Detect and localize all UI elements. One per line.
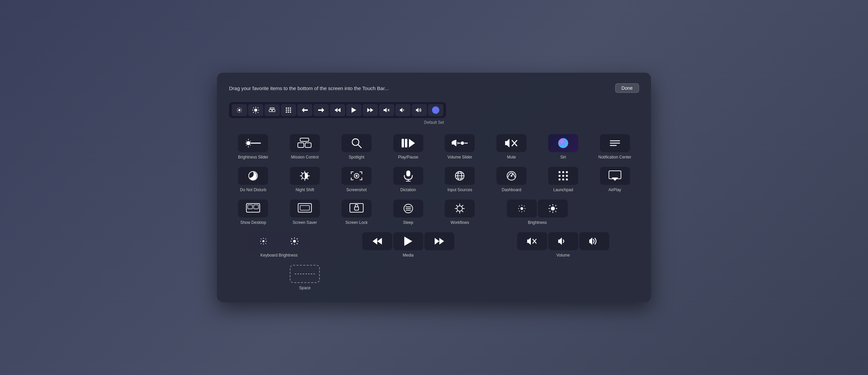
- svg-rect-107: [300, 206, 309, 210]
- do-not-disturb-icon: [238, 167, 268, 185]
- ds-rewind[interactable]: [330, 104, 345, 116]
- launchpad-label: Launchpad: [553, 188, 573, 192]
- svg-line-147: [266, 243, 266, 244]
- svg-line-50: [250, 145, 251, 145]
- item-night-shift[interactable]: Night Shift: [281, 167, 329, 192]
- svg-marker-35: [367, 108, 370, 112]
- item-notification-center[interactable]: Notification Center: [591, 134, 639, 160]
- sleep-icon: [393, 200, 423, 217]
- item-dictation[interactable]: Dictation: [384, 167, 432, 192]
- volume-label: Volume: [557, 253, 570, 258]
- item-airplay[interactable]: AirPlay: [591, 167, 639, 192]
- screenshot-icon: [342, 167, 372, 185]
- svg-line-77: [307, 172, 308, 173]
- item-dashboard[interactable]: Dashboard: [488, 167, 536, 192]
- svg-point-141: [262, 240, 265, 242]
- svg-point-24: [286, 109, 287, 111]
- svg-point-150: [293, 240, 296, 243]
- item-sleep[interactable]: Sleep: [384, 200, 432, 225]
- ds-mute[interactable]: [379, 104, 394, 116]
- ds-fastforward[interactable]: [363, 104, 378, 116]
- siri-orb: [558, 138, 568, 148]
- svg-marker-163: [439, 238, 444, 244]
- item-launchpad[interactable]: Launchpad: [539, 167, 588, 192]
- svg-point-9: [254, 108, 257, 111]
- svg-line-6: [241, 111, 241, 112]
- item-media-group[interactable]: Media: [333, 232, 484, 258]
- dictation-label: Dictation: [400, 188, 416, 192]
- svg-point-23: [290, 107, 291, 109]
- item-workflows[interactable]: Workflows: [436, 200, 484, 225]
- svg-point-93: [562, 171, 564, 173]
- item-screenshot[interactable]: Screenshot: [333, 167, 381, 192]
- svg-line-138: [556, 211, 557, 212]
- svg-line-47: [246, 141, 247, 141]
- svg-marker-159: [377, 238, 382, 244]
- svg-point-21: [286, 107, 287, 109]
- svg-marker-168: [589, 238, 592, 245]
- svg-line-122: [456, 210, 458, 212]
- kb-brightness-up-icon: [279, 232, 309, 250]
- item-play-pause[interactable]: Play/Pause: [384, 134, 432, 160]
- ds-brightness-down[interactable]: [232, 104, 247, 116]
- show-desktop-icon: [238, 200, 268, 217]
- ds-brightness-up[interactable]: [248, 104, 264, 116]
- item-screen-saver[interactable]: Screen Saver: [281, 200, 329, 225]
- notification-center-label: Notification Center: [598, 155, 631, 160]
- item-siri[interactable]: Siri: [539, 134, 588, 160]
- default-set-bar: [229, 102, 446, 118]
- svg-line-146: [261, 239, 261, 239]
- ds-mission-control[interactable]: [265, 104, 280, 116]
- item-do-not-disturb[interactable]: Do Not Disturb: [229, 167, 277, 192]
- item-mute[interactable]: Mute: [488, 134, 536, 160]
- svg-marker-160: [373, 238, 377, 244]
- brightness-slider-label: Brightness Slider: [238, 155, 269, 160]
- item-volume-slider[interactable]: Volume Slider: [436, 134, 484, 160]
- ds-volume-down[interactable]: [395, 104, 411, 116]
- item-input-sources[interactable]: Input Sources: [436, 167, 484, 192]
- keyboard-brightness-label: Keyboard Brightness: [260, 253, 298, 258]
- svg-point-28: [288, 111, 289, 113]
- ds-back[interactable]: [297, 104, 312, 116]
- svg-point-99: [562, 178, 564, 180]
- svg-point-60: [461, 141, 464, 145]
- item-keyboard-brightness-group[interactable]: Keyboard Brightness: [229, 232, 329, 258]
- ds-play[interactable]: [346, 104, 362, 116]
- svg-line-129: [524, 211, 525, 211]
- item-screen-lock[interactable]: Screen Lock: [333, 200, 381, 225]
- svg-point-91: [511, 175, 513, 177]
- svg-line-148: [266, 239, 266, 239]
- launchpad-icon: [548, 167, 578, 185]
- svg-rect-56: [402, 139, 404, 147]
- item-show-desktop[interactable]: Show Desktop: [229, 200, 277, 225]
- airplay-label: AirPlay: [609, 188, 621, 192]
- item-brightness-slider[interactable]: Brightness Slider: [229, 134, 277, 160]
- svg-line-48: [250, 141, 251, 141]
- svg-marker-33: [335, 108, 338, 112]
- svg-point-94: [566, 171, 568, 173]
- notification-center-icon: [600, 134, 630, 152]
- svg-point-123: [521, 207, 523, 210]
- brightness-up-icon: [538, 200, 568, 217]
- item-mission-control[interactable]: Mission Control: [281, 134, 329, 160]
- default-set-row: Default Set: [229, 102, 639, 125]
- dashboard-icon: [496, 167, 526, 185]
- svg-line-119: [456, 205, 458, 206]
- ds-skip[interactable]: [313, 104, 329, 116]
- input-sources-label: Input Sources: [447, 188, 472, 192]
- ds-launchpad[interactable]: [281, 104, 296, 116]
- svg-line-140: [550, 211, 551, 212]
- item-brightness-group[interactable]: Brightness: [488, 200, 588, 225]
- svg-point-22: [288, 107, 289, 109]
- item-spotlight[interactable]: Spotlight: [333, 134, 381, 160]
- svg-line-158: [291, 243, 292, 244]
- item-space[interactable]: Space: [281, 265, 329, 290]
- done-button[interactable]: Done: [615, 83, 639, 93]
- ds-volume-up[interactable]: [412, 104, 427, 116]
- brightness-label: Brightness: [528, 220, 547, 225]
- svg-marker-164: [527, 238, 531, 245]
- item-volume-group[interactable]: Volume: [488, 232, 639, 258]
- svg-line-75: [302, 172, 303, 173]
- ds-siri[interactable]: [428, 104, 443, 116]
- svg-rect-109: [354, 207, 359, 210]
